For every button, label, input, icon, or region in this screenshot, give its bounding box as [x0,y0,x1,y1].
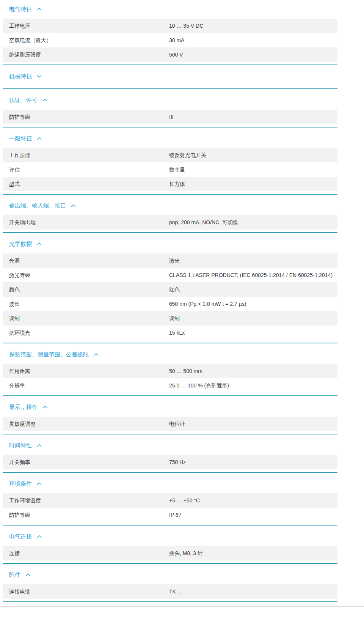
section-rows: 作用距离 50 … 500 mm 分辨率 25.0 … 100 % (光带遮盖) [3,364,337,393]
spec-label: 连接电缆 [9,584,169,599]
spec-label: 调制 [9,311,169,326]
section-time-characteristics: 时间特性 开关频率 750 Hz [3,434,337,473]
spec-value: IP 67 [169,508,337,522]
chevron-up-icon [37,535,42,538]
section-rows: 工作原理 镜反射光电开关 评估 数字量 型式 长方体 [3,148,337,191]
spec-row: 灵敏度调整 电位计 [3,417,337,431]
spec-row: 绝缘耐压强度 500 V [3,47,337,62]
spec-value: 调制 [169,311,337,326]
section-outputs-inputs-interfaces: 输出端、输入端、接口 开关输出端 pnp, 200 mA, NO/NC, 可切换 [3,195,337,233]
section-rows: 防护等级 III [3,110,337,124]
spec-value: 10 … 35 V DC [169,19,337,33]
spec-row: 工作电压 10 … 35 V DC [3,19,337,33]
section-accessories: 附件 连接电缆 TK … [3,564,337,602]
section-title: 附件 [9,571,20,579]
section-rows: 连接 插头, M8, 3 针 [3,546,337,560]
spec-value: TK … [169,584,337,599]
spec-label: 灵敏度调整 [9,417,169,431]
spec-row: 抗环境光 15 kLx [3,326,337,340]
spec-row: 激光等级 CLASS 1 LASER PRODUCT, (IEC 60825-1… [3,268,337,282]
section-approvals: 认证、许可 防护等级 III [3,89,337,127]
chevron-up-icon [37,482,42,485]
spec-label: 评估 [9,162,169,177]
section-rows: 光源 激光 激光等级 CLASS 1 LASER PRODUCT, (IEC 6… [3,253,337,340]
spec-value: 激光 [169,253,337,268]
spec-value: +5 … +50 °C [169,493,337,508]
spec-value: 650 nm (Pp < 1.0 mW t = 2.7 µs) [169,297,337,311]
section-header-optical[interactable]: 光学数据 [3,233,337,253]
section-electrical-connection: 电气连接 连接 插头, M8, 3 针 [3,526,337,564]
spec-row: 开关输出端 pnp, 200 mA, NO/NC, 可切换 [3,215,337,230]
section-title: 输出端、输入端、接口 [9,201,66,209]
spec-label: 开关输出端 [9,215,169,230]
section-title: 电气连接 [9,532,32,540]
spec-value: 25.0 … 100 % (光带遮盖) [169,378,337,393]
spec-row: 连接电缆 TK … [3,584,337,599]
spec-row: 空载电流（最大） 30 mA [3,33,337,47]
chevron-up-icon [42,99,47,102]
spec-value: 插头, M8, 3 针 [169,546,337,560]
spec-row: 工作环境温度 +5 … +50 °C [3,493,337,508]
section-header-electrical[interactable]: 电气特征 [3,0,337,19]
section-rows: 工作电压 10 … 35 V DC 空载电流（最大） 30 mA 绝缘耐压强度 … [3,19,337,62]
section-mechanical: 机械特征 [3,65,337,89]
spec-row: 分辨率 25.0 … 100 % (光带遮盖) [3,378,337,393]
section-header-time[interactable]: 时间特性 [3,434,337,455]
section-header-general[interactable]: 一般特征 [3,127,337,148]
spec-label: 连接 [9,546,169,560]
spec-label: 工作环境温度 [9,493,169,508]
spec-row: 评估 数字量 [3,162,337,177]
spec-value: 数字量 [169,162,337,177]
spec-value: 镜反射光电开关 [169,148,337,162]
spec-value: 30 mA [169,33,337,47]
spec-row: 工作原理 镜反射光电开关 [3,148,337,162]
chevron-up-icon [25,573,30,576]
spec-value: CLASS 1 LASER PRODUCT, (IEC 60825-1:2014… [169,268,337,282]
spec-label: 防护等级 [9,508,169,522]
spec-row: 调制 调制 [3,311,337,326]
section-header-outputs[interactable]: 输出端、输入端、接口 [3,195,337,215]
section-header-electrical-connection[interactable]: 电气连接 [3,526,337,546]
spec-value: 750 Hz [169,455,337,469]
section-general: 一般特征 工作原理 镜反射光电开关 评估 数字量 型式 长方体 [3,127,337,195]
spec-label: 工作原理 [9,148,169,162]
content-bottom-divider [0,606,364,607]
chevron-up-icon [37,444,42,447]
section-title: 显示，操作 [9,403,38,411]
chevron-up-icon [37,8,42,11]
section-title: 时间特性 [9,441,32,449]
spec-value: 50 … 500 mm [169,364,337,378]
spec-value: III [169,110,337,124]
spec-row: 波长 650 nm (Pp < 1.0 mW t = 2.7 µs) [3,297,337,311]
spec-label: 开关频率 [9,455,169,469]
spec-table: 电气特征 工作电压 10 … 35 V DC 空载电流（最大） 30 mA 绝缘… [3,0,337,602]
section-electrical: 电气特征 工作电压 10 … 35 V DC 空载电流（最大） 30 mA 绝缘… [3,0,337,65]
section-rows: 开关频率 750 Hz [3,455,337,469]
section-header-accessories[interactable]: 附件 [3,564,337,584]
spec-row: 型式 长方体 [3,177,337,191]
chevron-up-icon [71,204,76,207]
spec-value: 长方体 [169,177,337,191]
section-title: 机械特征 [9,72,32,80]
section-header-mechanical[interactable]: 机械特征 [3,65,337,86]
section-title: 电气特征 [9,5,32,13]
chevron-up-icon [94,353,99,356]
spec-value: pnp, 200 mA, NO/NC, 可切换 [169,215,337,230]
spec-row: 作用距离 50 … 500 mm [3,364,337,378]
spec-label: 波长 [9,297,169,311]
section-display-operation: 显示，操作 灵敏度调整 电位计 [3,396,337,434]
section-header-display-operation[interactable]: 显示，操作 [3,396,337,417]
spec-label: 抗环境光 [9,326,169,340]
spec-row: 光源 激光 [3,253,337,268]
spec-row: 颜色 红色 [3,282,337,297]
section-title: 一般特征 [9,134,32,142]
spec-row: 防护等级 III [3,110,337,124]
section-header-detection-range[interactable]: 探测范围、测量范围、公差极限 [3,343,337,364]
section-rows: 连接电缆 TK … [3,584,337,599]
spec-row: 开关频率 750 Hz [3,455,337,469]
spec-label: 型式 [9,177,169,191]
section-header-approvals[interactable]: 认证、许可 [3,89,337,110]
chevron-up-icon [42,406,47,409]
spec-label: 颜色 [9,282,169,297]
section-header-ambient[interactable]: 环境条件 [3,473,337,493]
